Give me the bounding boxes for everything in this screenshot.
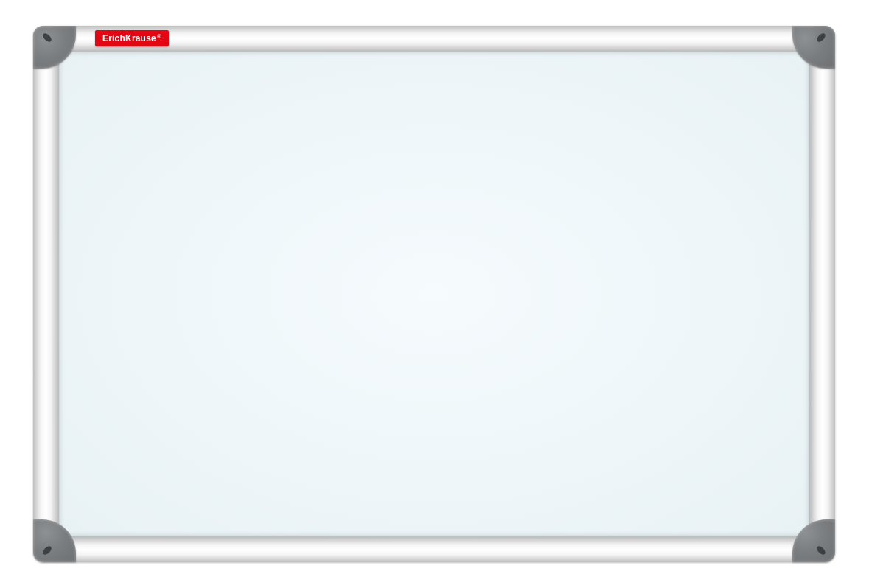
registered-mark-icon: ® [157,33,161,40]
brand-badge: ErichKrause ® [95,30,169,46]
frame-rail-right [810,26,835,562]
frame-rail-bottom [33,537,835,562]
product-image-stage: ErichKrause ® [0,0,869,588]
brand-label: ErichKrause [102,33,156,43]
whiteboard: ErichKrause ® [33,26,835,562]
frame-rail-left [33,26,58,562]
whiteboard-surface [58,51,810,537]
